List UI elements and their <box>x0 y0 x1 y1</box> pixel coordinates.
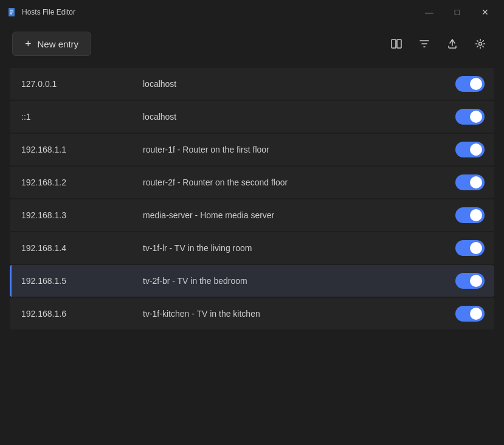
panels-button[interactable] <box>385 32 408 55</box>
host-ip: 127.0.0.1 <box>21 79 143 89</box>
host-toggle[interactable] <box>455 174 485 190</box>
host-toggle[interactable] <box>455 273 485 289</box>
table-row[interactable]: 127.0.0.1localhost <box>10 68 494 100</box>
host-toggle[interactable] <box>455 142 485 157</box>
maximize-button[interactable]: □ <box>443 2 471 22</box>
svg-rect-5 <box>397 40 401 48</box>
table-row[interactable]: 192.168.1.1router-1f - Router on the fir… <box>10 134 494 165</box>
minimize-button[interactable]: — <box>415 2 443 22</box>
host-name: media-server - Home media server <box>143 210 455 220</box>
host-ip: 192.168.1.2 <box>21 178 143 187</box>
toolbar-right <box>385 32 492 55</box>
app-icon <box>7 7 17 17</box>
host-name: router-2f - Rounter on the second floor <box>143 178 455 187</box>
host-name: tv-1f-kitchen - TV in the kitchen <box>143 309 455 319</box>
table-row[interactable]: 192.168.1.3media-server - Home media ser… <box>10 199 494 231</box>
svg-rect-2 <box>10 12 13 13</box>
plus-icon: + <box>25 38 32 49</box>
svg-rect-3 <box>10 13 12 15</box>
table-row[interactable]: 192.168.1.5tv-2f-br - TV in the bedroom <box>10 265 494 297</box>
svg-rect-4 <box>392 40 396 48</box>
table-row[interactable]: ::1localhost <box>10 101 494 133</box>
svg-point-6 <box>479 43 482 46</box>
new-entry-button[interactable]: + New entry <box>12 32 91 56</box>
new-entry-label: New entry <box>38 39 79 49</box>
table-row[interactable]: 192.168.1.6tv-1f-kitchen - TV in the kit… <box>10 298 494 329</box>
host-name: tv-2f-br - TV in the bedroom <box>143 276 455 286</box>
panels-icon <box>390 38 402 50</box>
table-row[interactable]: 192.168.1.4tv-1f-lr - TV in the living r… <box>10 232 494 264</box>
host-ip: ::1 <box>21 112 143 122</box>
host-name: localhost <box>143 79 455 89</box>
host-ip: 192.168.1.4 <box>21 243 143 253</box>
svg-rect-1 <box>10 10 13 11</box>
app-title: Hosts File Editor <box>22 8 75 16</box>
table-row[interactable]: 192.168.1.2router-2f - Rounter on the se… <box>10 167 494 198</box>
settings-button[interactable] <box>469 32 492 55</box>
host-name: tv-1f-lr - TV in the living room <box>143 243 455 253</box>
host-ip: 192.168.1.6 <box>21 309 143 319</box>
host-ip: 192.168.1.3 <box>21 210 143 220</box>
host-ip: 192.168.1.5 <box>21 276 143 286</box>
export-icon <box>446 38 458 50</box>
export-button[interactable] <box>441 32 464 55</box>
window-controls: — □ ✕ <box>415 2 499 22</box>
title-bar-left: Hosts File Editor <box>7 7 75 17</box>
toolbar-left: + New entry <box>12 32 91 56</box>
toolbar: + New entry <box>0 24 504 63</box>
filter-icon <box>418 38 430 50</box>
title-bar: Hosts File Editor — □ ✕ <box>0 0 504 24</box>
host-toggle[interactable] <box>455 109 485 125</box>
host-toggle[interactable] <box>455 240 485 256</box>
host-ip: 192.168.1.1 <box>21 145 143 154</box>
hosts-list-container: 127.0.0.1localhost::1localhost192.168.1.… <box>0 63 504 445</box>
settings-icon <box>474 38 486 50</box>
hosts-list: 127.0.0.1localhost::1localhost192.168.1.… <box>10 68 494 329</box>
host-name: localhost <box>143 112 455 122</box>
host-toggle[interactable] <box>455 306 485 322</box>
host-toggle[interactable] <box>455 207 485 223</box>
filter-button[interactable] <box>413 32 436 55</box>
host-toggle[interactable] <box>455 76 485 92</box>
host-name: router-1f - Router on the first floor <box>143 145 455 154</box>
close-button[interactable]: ✕ <box>471 2 499 22</box>
